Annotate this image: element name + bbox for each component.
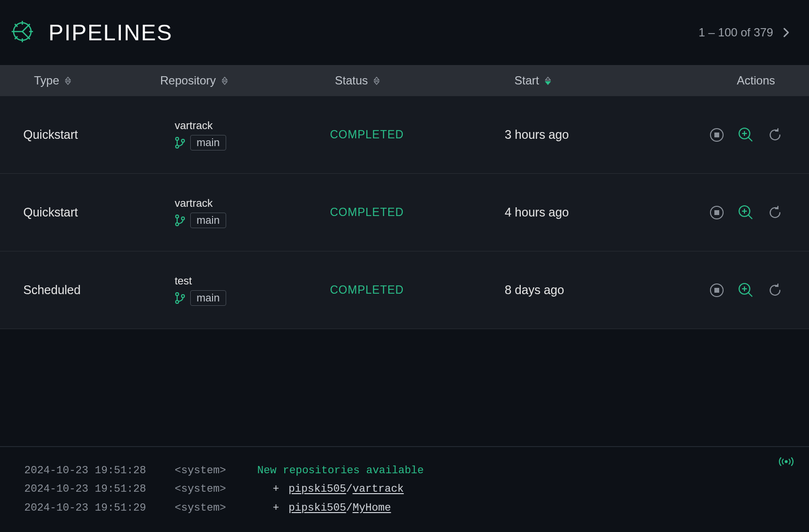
console-timestamp: 2024-10-23 19:51:28 bbox=[24, 480, 150, 499]
branch-row: main bbox=[175, 213, 281, 228]
column-header-actions: Actions bbox=[602, 74, 809, 87]
column-header-status[interactable]: Status bbox=[281, 74, 437, 87]
pagination: 1 – 100 of 379 bbox=[699, 26, 790, 39]
branch-row: main bbox=[175, 135, 281, 150]
repo-owner[interactable]: pipski505 bbox=[288, 483, 346, 495]
repo-name: vartrack bbox=[175, 119, 281, 132]
console-timestamp: 2024-10-23 19:51:29 bbox=[24, 499, 150, 518]
console-message: + pipski505/MyHome bbox=[257, 499, 391, 518]
stop-icon[interactable] bbox=[708, 126, 726, 144]
branch-tag: main bbox=[190, 213, 226, 228]
svg-point-30 bbox=[176, 223, 179, 226]
chevron-right-icon[interactable] bbox=[783, 27, 790, 38]
console-source: <system> bbox=[175, 462, 233, 481]
stop-icon[interactable] bbox=[708, 204, 726, 221]
cell-status: COMPLETED bbox=[281, 128, 437, 141]
svg-point-39 bbox=[176, 300, 179, 303]
svg-point-20 bbox=[176, 137, 179, 140]
repo-link[interactable]: vartrack bbox=[352, 483, 404, 495]
cell-start: 3 hours ago bbox=[437, 128, 602, 142]
svg-rect-24 bbox=[715, 133, 719, 137]
cell-start: 8 days ago bbox=[437, 283, 602, 297]
cell-repository: vartrack main bbox=[131, 119, 281, 150]
cell-status: COMPLETED bbox=[281, 283, 437, 297]
repo-owner[interactable]: pipski505 bbox=[288, 502, 346, 514]
console-message: + pipski505/vartrack bbox=[257, 480, 404, 499]
cell-actions bbox=[602, 126, 809, 144]
svg-point-29 bbox=[176, 215, 179, 218]
svg-marker-14 bbox=[222, 77, 227, 80]
svg-marker-19 bbox=[545, 82, 550, 84]
sort-icon bbox=[222, 77, 228, 85]
svg-marker-13 bbox=[66, 82, 70, 84]
cell-start: 4 hours ago bbox=[437, 205, 602, 219]
column-header-start[interactable]: Start bbox=[437, 74, 602, 87]
svg-marker-12 bbox=[66, 77, 70, 80]
refresh-icon[interactable] bbox=[766, 282, 784, 299]
svg-rect-42 bbox=[715, 288, 719, 292]
cell-actions bbox=[602, 282, 809, 299]
column-header-repository[interactable]: Repository bbox=[131, 74, 281, 87]
console-line: 2024-10-23 19:51:29 <system> + pipski505… bbox=[24, 499, 790, 518]
table-row[interactable]: Quickstart vartrack main COMPLETED 3 hou… bbox=[0, 96, 809, 174]
repo-link[interactable]: MyHome bbox=[352, 502, 391, 514]
sort-icon bbox=[65, 77, 71, 85]
sort-icon-active bbox=[545, 77, 551, 85]
zoom-in-icon[interactable] bbox=[737, 204, 755, 221]
column-header-label: Type bbox=[34, 74, 59, 87]
table-body: Quickstart vartrack main COMPLETED 3 hou… bbox=[0, 96, 809, 329]
refresh-icon[interactable] bbox=[766, 126, 784, 144]
svg-point-47 bbox=[785, 461, 787, 463]
repo-name: test bbox=[175, 275, 281, 287]
zoom-in-icon[interactable] bbox=[737, 126, 755, 144]
console-message: New repositories available bbox=[257, 462, 424, 481]
plus-icon: + bbox=[273, 483, 279, 495]
plus-icon: + bbox=[273, 502, 279, 514]
svg-line-10 bbox=[22, 32, 27, 36]
cell-repository: vartrack main bbox=[131, 197, 281, 228]
cell-type: Scheduled bbox=[0, 283, 131, 297]
column-header-type[interactable]: Type bbox=[0, 74, 131, 87]
column-header-label: Repository bbox=[160, 74, 216, 87]
column-header-label: Actions bbox=[737, 74, 775, 87]
page-header: PIPELINES 1 – 100 of 379 bbox=[0, 0, 809, 65]
branch-icon bbox=[175, 292, 185, 304]
console-source: <system> bbox=[175, 480, 233, 499]
console-panel: 2024-10-23 19:51:28 <system> New reposit… bbox=[0, 446, 809, 532]
gear-icon bbox=[11, 20, 34, 45]
svg-point-31 bbox=[182, 217, 184, 220]
svg-line-35 bbox=[748, 215, 752, 219]
branch-icon bbox=[175, 214, 185, 227]
signal-icon[interactable] bbox=[778, 456, 794, 467]
zoom-in-icon[interactable] bbox=[737, 282, 755, 299]
cell-actions bbox=[602, 204, 809, 221]
svg-marker-17 bbox=[374, 82, 379, 84]
console-source: <system> bbox=[175, 499, 233, 518]
refresh-icon[interactable] bbox=[766, 204, 784, 221]
svg-point-38 bbox=[176, 293, 179, 296]
table-header: Type Repository Status Start Actions bbox=[0, 65, 809, 96]
table-row[interactable]: Scheduled test main COMPLETED 8 days ago bbox=[0, 251, 809, 329]
pagination-text: 1 – 100 of 379 bbox=[699, 26, 773, 39]
svg-marker-15 bbox=[222, 82, 227, 84]
svg-rect-33 bbox=[715, 211, 719, 215]
sort-icon bbox=[374, 77, 380, 85]
column-header-label: Status bbox=[335, 74, 368, 87]
cell-type: Quickstart bbox=[0, 128, 131, 142]
console-line: 2024-10-23 19:51:28 <system> New reposit… bbox=[24, 462, 790, 481]
svg-line-44 bbox=[748, 293, 752, 297]
svg-line-26 bbox=[748, 137, 752, 141]
svg-point-22 bbox=[182, 139, 184, 142]
svg-marker-16 bbox=[374, 77, 379, 80]
console-top bbox=[778, 456, 794, 467]
branch-icon bbox=[175, 136, 185, 149]
page-title: PIPELINES bbox=[49, 19, 173, 46]
console-timestamp: 2024-10-23 19:51:28 bbox=[24, 462, 150, 481]
stop-icon[interactable] bbox=[708, 282, 726, 299]
cell-status: COMPLETED bbox=[281, 206, 437, 219]
svg-point-40 bbox=[182, 295, 184, 298]
branch-tag: main bbox=[190, 290, 226, 306]
svg-point-21 bbox=[176, 145, 179, 148]
cell-repository: test main bbox=[131, 275, 281, 306]
table-row[interactable]: Quickstart vartrack main COMPLETED 4 hou… bbox=[0, 174, 809, 251]
